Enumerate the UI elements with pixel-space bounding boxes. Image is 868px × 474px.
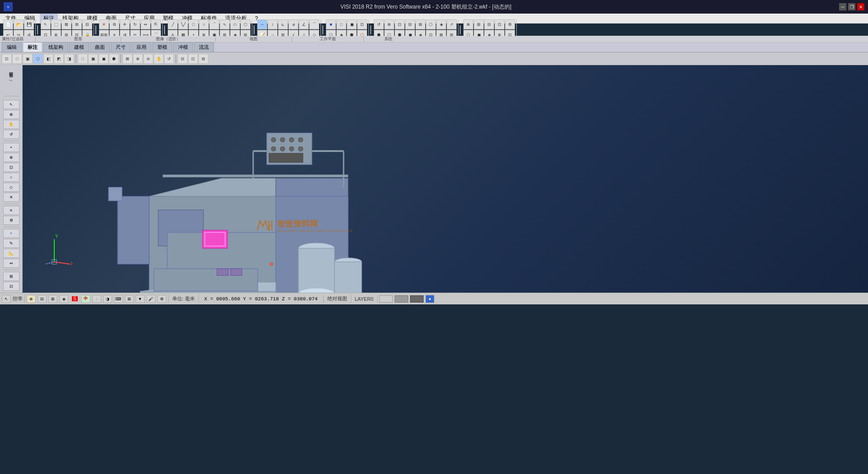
input-snap-btn[interactable]: ⊕ (27, 295, 36, 303)
window-select-button[interactable]: ⬚ (51, 19, 61, 29)
select-button[interactable]: ↖ (41, 19, 51, 29)
zoom-mode-button[interactable]: ⊕ (3, 110, 19, 119)
polygon-button[interactable]: ⬡ (241, 19, 250, 29)
select-mode-button[interactable]: ↖ (3, 100, 19, 109)
rect-button[interactable]: □ (189, 19, 198, 29)
dim3-button[interactable]: ⊾ (278, 19, 288, 29)
tab-mold[interactable]: 塑模 (152, 42, 172, 52)
ime-soft-btn[interactable]: ⊞ (125, 295, 134, 303)
view6-button[interactable]: ⬡ (426, 19, 436, 29)
prop-button[interactable]: ⚙ (3, 216, 19, 225)
solid-button[interactable]: ■ (326, 19, 336, 29)
view-bottom-button[interactable]: ◩ (54, 54, 64, 64)
snap-quad-button[interactable]: ◇ (3, 183, 19, 192)
surface-button[interactable]: ◼ (347, 19, 357, 29)
view1-button[interactable]: ↺ (374, 19, 384, 29)
view5-button[interactable]: ⊞ (415, 19, 425, 29)
section-button[interactable]: ⊟ (178, 54, 188, 64)
input-ortho-btn[interactable]: ⊟ (38, 295, 47, 303)
input-grid-btn[interactable]: ⊞ (48, 295, 57, 303)
sys4-button[interactable]: ⊡ (495, 19, 505, 29)
view8-button[interactable]: ↗ (447, 19, 457, 29)
sys2-button[interactable]: ⊞ (474, 19, 484, 29)
shade-display-button[interactable]: ◼ (99, 54, 108, 64)
save-button[interactable]: 💾 (24, 19, 34, 29)
tab-wireframe[interactable]: 线架构 (43, 42, 68, 52)
tab-apply[interactable]: 应用 (132, 42, 151, 52)
color-swatch-2[interactable] (395, 295, 408, 303)
circle-button[interactable]: ○ (199, 19, 209, 29)
rotate-mode-button[interactable]: ↺ (3, 130, 19, 139)
sys5-button[interactable]: ⚙ (505, 19, 515, 29)
rotate-view-button[interactable]: ↺ (164, 54, 174, 64)
tab-punch[interactable]: 冲模 (173, 42, 193, 52)
tab-annotate[interactable]: 标注 (23, 42, 42, 52)
snap-mid-button[interactable]: ⊕ (3, 153, 19, 162)
polyline-button[interactable]: ╲╱ (178, 19, 188, 29)
tab-model[interactable]: 建模 (69, 42, 89, 52)
close-button[interactable]: ✕ (857, 3, 864, 10)
tab-dimension[interactable]: 尺寸 (111, 42, 131, 52)
dim2-button[interactable]: ↕ (268, 19, 278, 29)
mic-btn[interactable]: 🎤 (146, 295, 156, 303)
sys1-button[interactable]: ⊕ (463, 19, 473, 29)
section3-button[interactable]: ⊞ (198, 54, 208, 64)
view-front-button[interactable]: □ (12, 54, 22, 64)
tab-surface[interactable]: 曲面 (90, 42, 110, 52)
color-swatch-1[interactable] (379, 295, 393, 303)
mesh-button[interactable]: ⊡ (357, 19, 367, 29)
delete-button[interactable]: ✕ (99, 19, 109, 29)
minimize-button[interactable]: ─ (839, 3, 846, 10)
open-button[interactable]: 📂 (14, 19, 24, 29)
constraint-button[interactable]: ⊞ (3, 272, 19, 281)
layer-button[interactable]: ≡ (3, 206, 19, 215)
new-button[interactable]: 📄 (3, 19, 13, 29)
transform-button[interactable]: ⇔ (3, 259, 19, 268)
status-icon-btn[interactable]: ● (425, 295, 434, 303)
wire-display-button[interactable]: □ (78, 54, 88, 64)
pan-button[interactable]: ✋ (154, 54, 164, 64)
scale-button[interactable]: ⇱ (151, 19, 161, 29)
rotate-button[interactable]: ↻ (130, 19, 140, 29)
restore-button[interactable]: ❐ (848, 3, 855, 10)
analyze-button[interactable]: 📐 (3, 249, 19, 258)
mirror-button[interactable]: ⇔ (141, 19, 151, 29)
zoom-out-button[interactable]: ⊖ (143, 54, 153, 64)
view-back-button[interactable]: ◧ (43, 54, 53, 64)
dim6-button[interactable]: ⌒ (309, 19, 319, 29)
dim-button[interactable]: ↔ (257, 19, 267, 29)
section2-button[interactable]: ⊡ (188, 54, 198, 64)
ime-more-btn[interactable]: ▼ (136, 295, 145, 303)
view7-button[interactable]: ◈ (436, 19, 446, 29)
snap-int-button[interactable]: ✕ (3, 193, 19, 202)
cross-select-button[interactable]: ⊠ (61, 19, 71, 29)
zoom-in-button[interactable]: ⊕ (133, 54, 143, 64)
mode-button[interactable]: ↖ (2, 295, 11, 303)
wire-button[interactable]: □ (336, 19, 346, 29)
deselect-button[interactable]: ⊟ (82, 19, 92, 29)
ime-punct-btn[interactable]: · (92, 295, 101, 303)
dim4-button[interactable]: ⌀ (288, 19, 298, 29)
all-select-button[interactable]: ⊞ (72, 19, 82, 29)
modify-button[interactable]: ✎ (3, 239, 19, 248)
spline-button[interactable]: ∿ (220, 19, 230, 29)
ime-half-btn[interactable]: ◑ (103, 295, 112, 303)
dim5-button[interactable]: ∠ (299, 19, 309, 29)
pattern-button[interactable]: ⊡ (3, 282, 19, 291)
snap-point-button[interactable]: • (3, 143, 19, 152)
create-button[interactable]: + (3, 229, 19, 238)
view-top-button[interactable]: ⊡ (2, 54, 12, 64)
hidden-display-button[interactable]: ▣ (88, 54, 98, 64)
tab-flow[interactable]: 流流 (194, 42, 214, 52)
pan-mode-button[interactable]: ✋ (3, 120, 19, 129)
view-iso-button[interactable]: ⬡ (33, 54, 43, 64)
color-swatch-3[interactable] (410, 295, 424, 303)
view-right-button[interactable]: ▣ (23, 54, 33, 64)
tab-edit[interactable]: 编辑 (2, 42, 22, 52)
settings-btn[interactable]: ⚙ (157, 295, 166, 303)
view2-button[interactable]: ⊕ (384, 19, 394, 29)
ime-cn-btn[interactable]: 中 (81, 295, 90, 303)
view-left-button[interactable]: ◨ (64, 54, 74, 64)
arc-button[interactable]: ⌒ (209, 19, 219, 29)
line-button[interactable]: ╱ (168, 19, 178, 29)
